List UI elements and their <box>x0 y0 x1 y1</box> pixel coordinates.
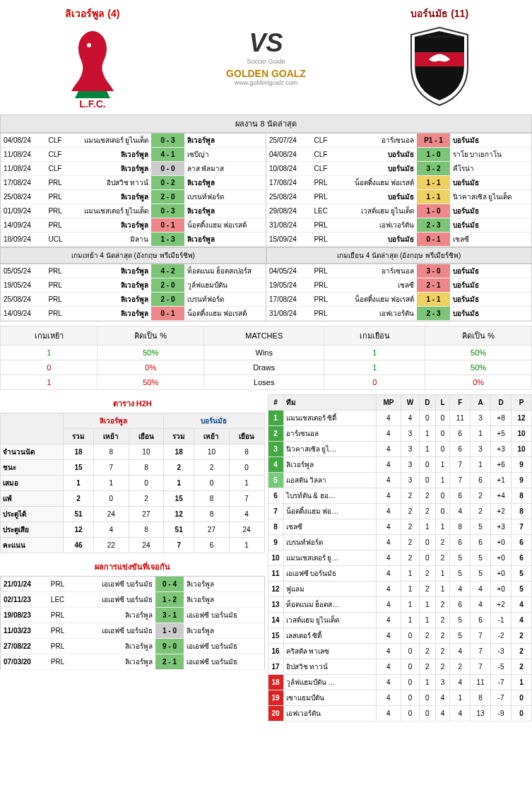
h2h-title: ตาราง H2H <box>0 394 265 413</box>
result-row: 31/08/24PRLเอฟเวอร์ตัน2 - 3บอร์นมัธ <box>266 218 531 232</box>
result-row: 19/05/24PRLเชลซี2 - 1บอร์นมัธ <box>266 278 531 293</box>
result-row: 17/08/24PRLน็อตติ้งแฮม ฟอเรสต์1 - 1บอร์น… <box>266 176 531 190</box>
h2h-table: ลิเวอร์พูลบอร์นมัธรวมเหย้าเยือนรวมเหย้าเ… <box>0 413 265 553</box>
svg-point-0 <box>87 43 91 47</box>
home-team-name: ลิเวอร์พูล (4) <box>6 6 179 21</box>
summary-table: เกมเหย้าคิดเป็น %MATCHESเกมเยือนคิดเป็น … <box>0 326 532 390</box>
away-team-block: บอร์นมัธ (11) AFC BOURNEMOUTH <box>353 6 526 109</box>
result-row: 10/08/24CLFบอร์นมัธ3 - 2คีโรน่า <box>266 162 531 176</box>
result-row: 25/08/24PRLบอร์นมัธ1 - 1นิวคาสเซิล ยูไนเ… <box>266 190 531 204</box>
match-header: ลิเวอร์พูล (4) L.F.C. VS Soccer Guide GO… <box>0 0 532 114</box>
home-team-logo: L.F.C. <box>57 24 128 109</box>
away-team-name: บอร์นมัธ (11) <box>353 6 526 21</box>
result-row: 11/08/24CLFลิเวอร์พูล0 - 0ลาส พัลมาส <box>1 162 266 176</box>
last4-wrap: 05/05/24PRLลิเวอร์พูล4 - 2ท็อตแนม ฮ็อตสเ… <box>0 264 532 322</box>
section-last8-title: ผลงาน 8 นัดล่าสุด <box>0 114 532 133</box>
result-row: 11/08/24CLFลิเวอร์พูล4 - 1เซบีญ่า <box>1 148 266 162</box>
result-row: 14/09/24PRLลิเวอร์พูล0 - 1น็อตติ้งแฮม ฟอ… <box>1 307 266 321</box>
result-row: 04/05/24PRLอาร์เซนอล3 - 0บอร์นมัธ <box>266 264 531 278</box>
svg-text:L.F.C.: L.F.C. <box>79 98 105 109</box>
home-team-block: ลิเวอร์พูล (4) L.F.C. <box>6 6 179 109</box>
left-column: ตาราง H2H ลิเวอร์พูลบอร์นมัธรวมเหย้าเยือ… <box>0 394 265 721</box>
bottom-wrap: ตาราง H2H ลิเวอร์พูลบอร์นมัธรวมเหย้าเยือ… <box>0 394 532 721</box>
result-row: 01/09/24PRLแมนเชสเตอร์ ยูไนเต็ด0 - 3ลิเว… <box>1 204 266 218</box>
svg-text:AFC BOURNEMOUTH: AFC BOURNEMOUTH <box>418 35 461 39</box>
result-row: 25/07/24CLFอาร์เซนอลP1 - 1บอร์นมัธ <box>266 134 531 148</box>
result-row: 25/08/24PRLลิเวอร์พูล2 - 0เบรนท์ฟอร์ด <box>1 190 266 204</box>
result-row: 31/08/24PRLเอฟเวอร์ตัน2 - 3บอร์นมัธ <box>266 307 531 321</box>
away4-table: 04/05/24PRLอาร์เซนอล3 - 0บอร์นมัธ19/05/2… <box>266 264 531 321</box>
away-team-logo: AFC BOURNEMOUTH <box>404 24 475 109</box>
right-column: #ทีมMPWDLFADP1แมนเชสเตอร์ ซิตี้4400113+8… <box>268 394 533 721</box>
result-row: 29/08/24LECเวสต์แฮม ยูไนเต็ด1 - 0บอร์นมั… <box>266 204 531 218</box>
site-url: www.goldengoalz.com <box>179 79 353 86</box>
vs-label: VS <box>179 28 353 58</box>
encounters-title: ผลการแข่งขันที่เจอกัน <box>0 558 265 576</box>
encounters-table: 21/01/24PRLเอเอฟซี บอร์นมัธ0 - 4ลิเวอร์พ… <box>0 576 265 670</box>
last8-away-table: 25/07/24CLFอาร์เซนอลP1 - 1บอร์นมัธ04/08/… <box>266 134 531 247</box>
last4-titles: เกมเหย้า 4 นัดล่าสุด (อังกฤษ พรีเมียร์ชิ… <box>0 247 532 264</box>
last8-wrap: 04/08/24CLFแมนเชสเตอร์ ยูไนเต็ด0 - 3ลิเว… <box>0 133 532 247</box>
site-logo: GOLDEN GOALZ <box>179 68 353 79</box>
result-row: 17/08/24PRLน็อตติ้งแฮม ฟอเรสต์1 - 1บอร์น… <box>266 293 531 307</box>
result-row: 25/08/24PRLลิเวอร์พูล2 - 0เบรนท์ฟอร์ด <box>1 293 266 307</box>
home4-title: เกมเหย้า 4 นัดล่าสุด (อังกฤษ พรีเมียร์ชิ… <box>0 247 266 264</box>
center-vs-block: VS Soccer Guide GOLDEN GOALZ www.goldeng… <box>179 28 353 86</box>
site-sub: Soccer Guide <box>179 58 353 65</box>
away4-title: เกมเยือน 4 นัดล่าสุด (อังกฤษ พรีเมียร์ชิ… <box>266 247 533 264</box>
last8-home-table: 04/08/24CLFแมนเชสเตอร์ ยูไนเต็ด0 - 3ลิเว… <box>1 134 266 247</box>
result-row: 04/08/24CLFบอร์นมัธ1 - 0ราโย บาเยกาโน <box>266 148 531 162</box>
result-row: 04/08/24CLFแมนเชสเตอร์ ยูไนเต็ด0 - 3ลิเว… <box>1 134 266 148</box>
result-row: 14/09/24PRLลิเวอร์พูล0 - 1น็อตติ้งแฮม ฟอ… <box>1 218 266 232</box>
result-row: 18/09/24UCLมิลาน1 - 3ลิเวอร์พูล <box>1 232 266 247</box>
standings-table: #ทีมMPWDLFADP1แมนเชสเตอร์ ซิตี้4400113+8… <box>268 394 533 721</box>
result-row: 15/09/24PRLบอร์นมัธ0 - 1เชลซี <box>266 232 531 247</box>
result-row: 19/05/24PRLลิเวอร์พูล2 - 0วูล์ฟแฮมป์ตัน <box>1 278 266 293</box>
result-row: 17/08/24PRLอิปสวิช ทาวน์0 - 2ลิเวอร์พูล <box>1 176 266 190</box>
result-row: 05/05/24PRLลิเวอร์พูล4 - 2ท็อตแนม ฮ็อตสเ… <box>1 264 266 278</box>
home4-table: 05/05/24PRLลิเวอร์พูล4 - 2ท็อตแนม ฮ็อตสเ… <box>1 264 266 321</box>
